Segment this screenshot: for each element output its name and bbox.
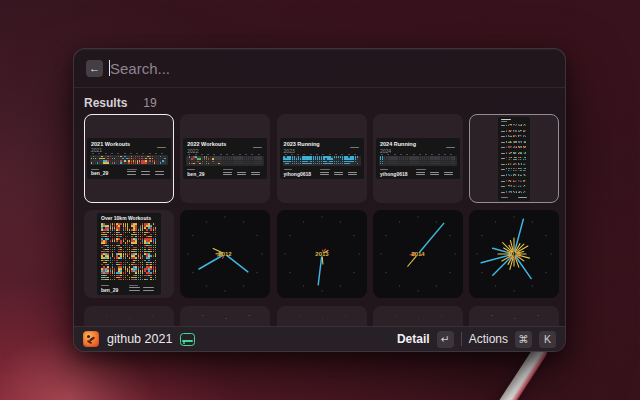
arrow-left-icon: ← [89, 63, 100, 74]
grid-card[interactable]: 2021 Workouts2021ben_29 [84, 114, 174, 203]
radial-year-label: 2012 [219, 251, 233, 257]
grid-card[interactable] [469, 114, 559, 203]
grid-card[interactable]: 2023 Running2023yihong0618 [277, 114, 367, 203]
poster-subtitle: 2024 [380, 148, 391, 154]
radial-year-plot: 2014 [373, 210, 463, 298]
radial-year-label: 2013 [315, 251, 329, 257]
poster-title: Over 10km Workouts [101, 216, 151, 222]
back-button[interactable]: ← [86, 60, 103, 77]
text-caret [109, 60, 110, 76]
selected-item-title: github 2021 [107, 332, 172, 346]
radial-year-label: 2015 [508, 251, 522, 257]
radial-year-plot: 2015 [469, 210, 559, 298]
poster-title: 2022 Workouts [187, 141, 226, 147]
poster-username: ben_29 [187, 172, 204, 177]
return-key-badge: ↵ [437, 331, 454, 348]
workout-poster-thumbnail: 2023 Running2023yihong0618 [280, 138, 364, 179]
grid-card[interactable]: 2013 [277, 210, 367, 298]
footer-divider [461, 332, 462, 346]
poster-username: yihong0618 [284, 172, 312, 177]
grid-card[interactable]: 2014 [373, 210, 463, 298]
grid-card[interactable]: Over 10km Workoutsben_29 [84, 210, 174, 298]
detail-label[interactable]: Detail [397, 332, 430, 346]
grid-card[interactable]: 2015 [469, 210, 559, 298]
k-key-badge: K [539, 331, 556, 348]
poster-title: 2024 Running [380, 141, 416, 147]
heatmap-band [186, 156, 264, 166]
poster-title: 2021 Workouts [91, 141, 130, 147]
heatmap-band [90, 155, 168, 165]
grid-card[interactable]: 2022 Workouts2022ben_29 [180, 114, 270, 203]
launcher-window: ← Results 19 2021 Workouts2021ben_292022… [73, 48, 566, 352]
drive-icon [180, 333, 195, 346]
grid-card[interactable]: 2012 [180, 210, 270, 298]
multi-year-poster-thumbnail [498, 117, 530, 201]
app-icon [83, 331, 99, 347]
over-10km-poster-thumbnail: Over 10km Workoutsben_29 [97, 213, 161, 295]
radial-year-label: 2014 [411, 251, 425, 257]
workout-poster-thumbnail: 2021 Workouts2021ben_29 [87, 138, 171, 179]
poster-username: yihong0618 [380, 172, 408, 177]
search-bar: ← [74, 49, 565, 87]
heatmap-band [379, 156, 457, 166]
search-input[interactable] [110, 60, 553, 77]
results-count: 19 [143, 96, 156, 110]
poster-username: ben_29 [101, 288, 118, 293]
poster-title: 2023 Running [284, 141, 320, 147]
actions-label[interactable]: Actions [469, 332, 508, 346]
poster-subtitle: 2022 [187, 148, 198, 154]
grid-card[interactable]: 2024 Running2024yihong0618 [373, 114, 463, 203]
workout-poster-thumbnail: 2024 Running2024yihong0618 [376, 138, 460, 179]
results-label: Results [84, 96, 127, 110]
workout-poster-thumbnail: 2022 Workouts2022ben_29 [183, 138, 267, 179]
poster-username: ben_29 [91, 171, 108, 176]
poster-subtitle: 2023 [284, 148, 295, 154]
radial-year-plot: 2013 [277, 210, 367, 298]
heatmap-band [283, 156, 361, 166]
results-grid: 2021 Workouts2021ben_292022 Workouts2022… [74, 111, 566, 352]
footer-bar: github 2021 Detail ↵ Actions ⌘ K [74, 326, 565, 351]
radial-year-plot: 2012 [180, 210, 270, 298]
cmd-key-badge: ⌘ [515, 331, 532, 348]
